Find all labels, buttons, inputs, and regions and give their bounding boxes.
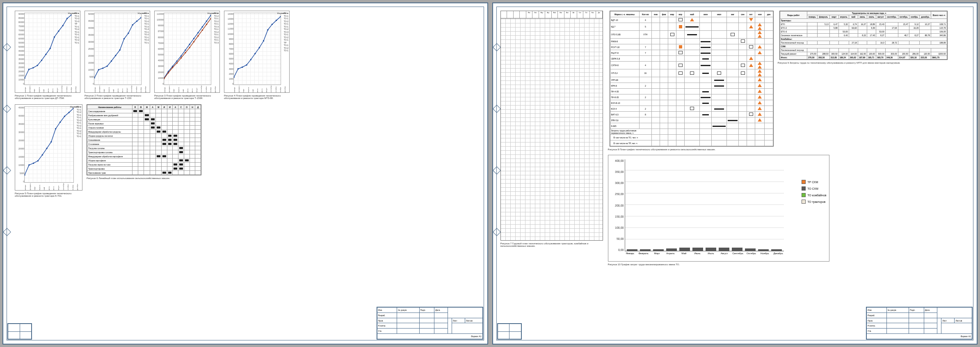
svg-rect-57 [272, 24, 273, 25]
svg-rect-15 [107, 66, 108, 67]
fig9-table: Виды работТрудозатраты по месяцам года, … [779, 11, 948, 60]
svg-rect-9 [62, 25, 64, 26]
svg-rect-39 [176, 62, 178, 64]
svg-rect-23 [141, 17, 141, 18]
svg-rect-67 [55, 128, 56, 129]
fig10-chart: 0,0050,00100,00150,00200,00250,00300,003… [608, 155, 829, 262]
svg-rect-47 [210, 18, 211, 19]
svg-rect-17 [115, 55, 116, 56]
svg-rect-44 [197, 35, 199, 37]
svg-rect-69 [64, 116, 65, 117]
svg-rect-63 [37, 160, 39, 161]
fig2-chart: Наимен-е ТОТО-1ТО-1ТО-2ТО-1ТО-2ТО-3ТО-1Т… [85, 11, 150, 93]
fig5-legend: ТОТО-1ТО-2ТО-1ТО-1ТО-3ТО-1ТО-2ТО-1ТО-2ТО… [77, 106, 81, 138]
fig3-block: Наимен-е ТО-1ТО-2ТО-1ТО-2ТО-1ТО-3ТО-1ТО-… [154, 11, 220, 99]
fig1-legend: ТОТО-1ТО-2ТО-3ТРТО-1ТО-2ТО-1ТО-1ТО-1ТО-2… [75, 12, 79, 44]
fig6-block: Наименование работыЯФМАМИИАСОНДСнегозаде… [87, 104, 201, 179]
fig1-chart: Наимен-е ТОТО-1ТО-2ТО-3ТРТО-1ТО-2ТО-1ТО-… [15, 11, 80, 93]
svg-rect-60 [25, 175, 25, 176]
svg-rect-10 [66, 18, 68, 19]
svg-rect-16 [111, 60, 112, 62]
svg-rect-30 [189, 44, 190, 45]
fig5-caption: Рисунок 5 План-график проведения техниче… [15, 192, 80, 197]
svg-rect-70 [69, 112, 70, 113]
fig10-caption: Рисунок 10 График затрат труда механизир… [608, 263, 829, 266]
svg-rect-12 [94, 77, 95, 78]
svg-rect-40 [180, 57, 182, 59]
svg-rect-38 [172, 67, 173, 68]
fig1-caption: Рисунок 1 План-график проведения техниче… [15, 94, 80, 99]
svg-rect-22 [136, 21, 137, 22]
svg-rect-55 [263, 40, 264, 41]
svg-rect-61 [28, 164, 30, 165]
svg-rect-33 [202, 26, 203, 28]
svg-rect-4 [41, 60, 42, 61]
svg-rect-51 [246, 64, 247, 66]
svg-rect-52 [250, 59, 251, 60]
fig2-block: Наимен-е ТОТО-1ТО-1ТО-2ТО-1ТО-2ТО-3ТО-1Т… [85, 11, 150, 99]
title-block-1: Изм.№ докум.Подп.Дата Разраб. Пров.ЛистЛ… [377, 307, 483, 340]
drawing-sheet-2: ЯнвФевМарАпрМайИюнИюлАвгСенОктНояДек Рис… [492, 2, 978, 345]
fig4-block: Наимен-е ТОТО-1ТО-1ТО-2ТО-1ТО-1ТО-2ТО-3Т… [224, 11, 290, 99]
fig4-caption: Рисунок 4 План-график проведения техниче… [224, 94, 290, 99]
svg-rect-19 [123, 38, 125, 39]
charts-row-bottom: Наимен-е ТОТО-1ТО-2ТО-1ТО-1ТО-3ТО-1ТО-2Т… [15, 104, 480, 197]
fig3-caption: Рисунок 3 План-график проведения техниче… [154, 94, 220, 99]
svg-rect-36 [164, 78, 164, 79]
svg-rect-34 [206, 21, 207, 22]
svg-rect-32 [197, 32, 199, 33]
svg-rect-58 [276, 20, 277, 21]
svg-rect-18 [119, 49, 121, 51]
svg-rect-20 [128, 32, 129, 34]
col-right: Марка с.-х. машиныКол-воянвфевмарапрмайи… [608, 11, 948, 336]
fig10-block: 0,0050,00100,00150,00200,00250,00300,003… [608, 155, 829, 266]
svg-rect-37 [168, 72, 169, 74]
fold-marks-2 [493, 3, 500, 344]
small-stamp-2 [497, 323, 522, 340]
small-stamp [7, 323, 32, 340]
svg-rect-50 [242, 67, 243, 68]
svg-rect-42 [189, 47, 190, 48]
fig3-chart: Наимен-е ТО-1ТО-2ТО-1ТО-2ТО-1ТО-3ТО-1ТО-… [154, 11, 220, 93]
svg-rect-31 [193, 38, 194, 39]
fig5-block: Наимен-е ТОТО-1ТО-2ТО-1ТО-1ТО-3ТО-1ТО-2Т… [15, 104, 82, 197]
svg-rect-45 [202, 30, 203, 31]
svg-rect-66 [50, 141, 52, 142]
svg-rect-48 [234, 77, 234, 78]
fold-marks [3, 3, 11, 344]
drawing-sheet-1: Наимен-е ТОТО-1ТО-2ТО-3ТРТО-1ТО-2ТО-1ТО-… [2, 2, 488, 345]
svg-rect-3 [37, 65, 38, 66]
svg-rect-6 [50, 48, 51, 49]
fig1-block: Наимен-е ТОТО-1ТО-2ТО-3ТРТО-1ТО-2ТО-1ТО-… [15, 11, 80, 99]
svg-rect-21 [132, 24, 133, 25]
svg-rect-54 [259, 47, 260, 48]
svg-rect-7 [54, 37, 55, 38]
fig8-block: Марка с.-х. машиныКол-воянвфевмарапрмайи… [608, 11, 774, 151]
svg-rect-5 [45, 54, 46, 55]
title-block-2: Изм.№ докум.Подп.Дата Разраб. Пров.ЛистЛ… [866, 307, 973, 340]
svg-rect-29 [185, 50, 186, 51]
fig8-gantt: Марка с.-х. машиныКол-воянвфевмарапрмайи… [610, 11, 774, 147]
fig6-caption: Рисунок 6 Линейный план использования се… [87, 177, 201, 179]
fig2-caption: Рисунок 2 План-график проведения техниче… [85, 94, 150, 99]
col-fig7: ЯнвФевМарАпрМайИюнИюлАвгСенОктНояДек Рис… [500, 11, 603, 336]
fig2-legend: ТОТО-1ТО-1ТО-2ТО-1ТО-2ТО-3ТО-1ТО-2ТО-1ТО… [144, 12, 149, 44]
svg-rect-71 [73, 108, 73, 109]
svg-rect-62 [33, 163, 34, 164]
svg-rect-28 [180, 55, 182, 57]
svg-rect-43 [193, 41, 194, 42]
fig9-caption: Рисунок 9 Затраты труда по техническому … [778, 62, 946, 64]
fig5-chart: Наимен-е ТОТО-1ТО-2ТО-1ТО-1ТО-3ТО-1ТО-2Т… [15, 104, 82, 191]
svg-rect-13 [98, 69, 99, 70]
svg-rect-8 [58, 30, 59, 32]
svg-rect-64 [42, 154, 43, 156]
fig9-block: Виды работТрудозатраты по месяцам года, … [778, 11, 948, 151]
fig7-table: ЯнвФевМарАпрМайИюнИюлАвгСенОктНояДек [500, 11, 603, 241]
svg-rect-0 [25, 78, 25, 79]
svg-rect-65 [46, 148, 48, 149]
svg-rect-53 [254, 53, 256, 54]
svg-rect-46 [206, 24, 207, 25]
fig4-legend: ТОТО-1ТО-1ТО-2ТО-1ТО-1ТО-2ТО-3ТО-1ТО-2ТО… [284, 12, 288, 52]
svg-rect-49 [238, 68, 239, 69]
fig8-caption: Рисунок 8 План-график технического обслу… [608, 148, 772, 151]
